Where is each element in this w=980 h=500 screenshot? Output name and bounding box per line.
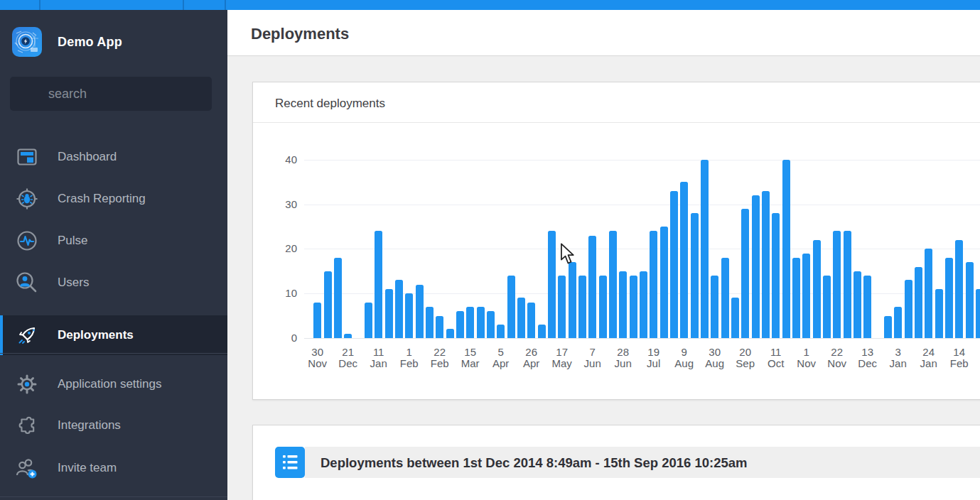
chart-bar[interactable] xyxy=(487,311,495,338)
chart-bar[interactable] xyxy=(538,325,546,338)
topbar-separator xyxy=(225,0,226,10)
chart-bar[interactable] xyxy=(915,267,922,338)
chart-bar[interactable] xyxy=(395,280,403,338)
chart-bar[interactable] xyxy=(344,334,352,338)
chart-bar[interactable] xyxy=(782,160,790,338)
chart-bar[interactable] xyxy=(894,307,902,338)
chart-bar[interactable] xyxy=(548,231,556,338)
recent-deployments-card: Recent deployments 40302010030Nov21Dec11… xyxy=(252,82,980,400)
chart-bar[interactable] xyxy=(741,209,749,338)
chart-bar[interactable] xyxy=(569,262,576,338)
sidebar-item-crash-reporting[interactable]: Crash Reporting xyxy=(0,179,227,219)
sidebar-item-users[interactable]: Users xyxy=(0,263,227,303)
chart-bar[interactable] xyxy=(680,182,688,338)
chart-bar[interactable] xyxy=(813,240,821,338)
chart-bar[interactable] xyxy=(976,289,980,338)
chart-bar[interactable] xyxy=(313,303,321,338)
chart-bar[interactable] xyxy=(588,236,596,338)
chart-bar[interactable] xyxy=(701,160,709,338)
chart-bar[interactable] xyxy=(477,307,485,338)
sidebar-item-label: Invite team xyxy=(58,461,117,475)
chart-bar[interactable] xyxy=(436,316,443,338)
chart-bar[interactable] xyxy=(925,249,932,338)
chart-bar[interactable] xyxy=(752,195,760,338)
chart-bar[interactable] xyxy=(405,293,413,338)
chart-bar[interactable] xyxy=(416,285,424,338)
sidebar-item-invite-team[interactable]: Invite team xyxy=(0,448,227,488)
deployments-bar-chart: 40302010030Nov21Dec11Jan1Feb22Feb15Mar5A… xyxy=(253,82,980,399)
chart-bar[interactable] xyxy=(711,276,718,338)
chart-bar[interactable] xyxy=(670,191,678,338)
top-bar xyxy=(0,0,980,10)
chart-bar[interactable] xyxy=(660,227,668,338)
y-axis-label: 0 xyxy=(273,332,297,344)
chart-bar[interactable] xyxy=(375,231,382,338)
x-axis-label: 6Mar xyxy=(974,347,980,369)
chart-bar[interactable] xyxy=(630,276,637,338)
chart-bar[interactable] xyxy=(935,289,943,338)
chart-bar[interactable] xyxy=(844,231,851,338)
chart-bar[interactable] xyxy=(527,303,535,338)
x-axis-label: 1Feb xyxy=(393,347,426,369)
sidebar-item-deployments[interactable]: Deployments xyxy=(0,315,227,355)
app-switcher[interactable]: Demo App xyxy=(12,27,218,57)
chart-bar[interactable] xyxy=(884,316,892,338)
chart-bar[interactable] xyxy=(833,231,841,338)
deployments-list-card: Deployments between 1st Dec 2014 8:49am … xyxy=(252,425,980,500)
sidebar-item-pulse[interactable]: Pulse xyxy=(0,221,227,261)
chart-gridline xyxy=(304,249,980,249)
chart-bar[interactable] xyxy=(945,258,953,338)
chart-bar[interactable] xyxy=(802,254,810,338)
chart-bar[interactable] xyxy=(507,276,515,338)
app-logo-icon xyxy=(12,27,42,57)
gear-icon xyxy=(15,372,39,396)
chart-gridline xyxy=(304,160,980,161)
chart-bar[interactable] xyxy=(966,262,974,338)
x-axis-label: 22Nov xyxy=(821,347,854,369)
x-axis-label: 5Apr xyxy=(485,347,517,369)
sidebar-item-dashboard[interactable]: Dashboard xyxy=(0,137,227,177)
chart-bar[interactable] xyxy=(863,276,871,338)
chart-bar[interactable] xyxy=(446,329,454,338)
chart-bar[interactable] xyxy=(619,271,627,338)
chart-bar[interactable] xyxy=(599,276,607,338)
chart-bar[interactable] xyxy=(650,231,657,338)
x-axis-label: 14Feb xyxy=(943,347,976,369)
chart-bar[interactable] xyxy=(721,258,729,338)
chart-bar[interactable] xyxy=(466,307,474,338)
sidebar-item-integrations[interactable]: Integrations xyxy=(0,406,227,445)
x-axis-label: 3Jan xyxy=(882,347,915,369)
chart-bar[interactable] xyxy=(497,325,505,338)
search-input[interactable] xyxy=(10,77,212,111)
x-axis-label: 19Jul xyxy=(637,347,670,369)
chart-bar[interactable] xyxy=(762,191,770,338)
chart-bar[interactable] xyxy=(385,289,393,338)
chart-bar[interactable] xyxy=(691,213,699,338)
chart-bar[interactable] xyxy=(324,271,332,338)
chart-bar[interactable] xyxy=(517,298,525,338)
chart-bar[interactable] xyxy=(365,303,372,338)
chart-bar[interactable] xyxy=(456,311,464,338)
x-axis-label: 21Dec xyxy=(332,347,365,369)
x-axis-label: 20Sep xyxy=(729,347,762,369)
chart-bar[interactable] xyxy=(578,276,586,338)
user-search-icon xyxy=(15,271,39,295)
sidebar-item-application-settings[interactable]: Application settings xyxy=(0,364,227,404)
chart-bar[interactable] xyxy=(854,271,861,338)
chart-bar[interactable] xyxy=(426,307,434,338)
chart-bar[interactable] xyxy=(334,258,342,338)
topbar-separator xyxy=(39,0,41,10)
y-axis-label: 40 xyxy=(273,153,297,165)
chart-bar[interactable] xyxy=(640,271,647,338)
chart-bar[interactable] xyxy=(823,276,831,338)
list-icon xyxy=(275,447,305,478)
chart-bar[interactable] xyxy=(609,231,617,338)
chart-bar[interactable] xyxy=(772,213,780,338)
x-axis-label: 24Jan xyxy=(912,347,945,369)
chart-bar[interactable] xyxy=(905,280,912,338)
list-card-header-strip: Deployments between 1st Dec 2014 8:49am … xyxy=(305,447,980,478)
chart-bar[interactable] xyxy=(731,298,739,338)
chart-bar[interactable] xyxy=(558,276,566,338)
chart-bar[interactable] xyxy=(955,240,963,338)
chart-bar[interactable] xyxy=(792,258,800,338)
